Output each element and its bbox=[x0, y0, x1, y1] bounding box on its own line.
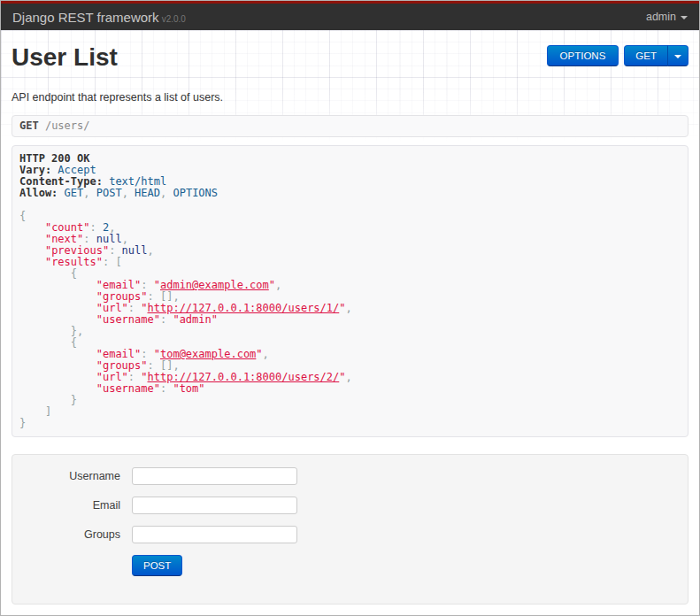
response-link[interactable]: admin@example.com bbox=[160, 279, 269, 291]
response-body: HTTP 200 OK Vary: Accept Content-Type: t… bbox=[12, 145, 688, 437]
get-split-button: GET bbox=[624, 45, 688, 66]
get-button[interactable]: GET bbox=[624, 45, 668, 66]
form-field-email: Email bbox=[12, 497, 688, 514]
form-label-email: Email bbox=[12, 499, 132, 512]
browser-page: Django REST frameworkv2.0.0 admin User L… bbox=[0, 0, 700, 616]
form-input-email[interactable] bbox=[132, 497, 297, 514]
request-bar: GET /users/ bbox=[12, 115, 688, 137]
form-label-username: Username bbox=[12, 470, 132, 482]
brand-title: Django REST framework bbox=[12, 10, 159, 25]
post-form-rows: UsernameEmailGroups bbox=[12, 467, 688, 543]
form-field-groups: Groups bbox=[12, 526, 688, 543]
get-format-dropdown-button[interactable] bbox=[667, 45, 688, 66]
form-input-groups[interactable] bbox=[132, 526, 297, 543]
brand-link[interactable]: Django REST frameworkv2.0.0 bbox=[12, 10, 186, 25]
response-link[interactable]: http://127.0.0.1:8000/users/1/ bbox=[148, 302, 340, 314]
options-button[interactable]: OPTIONS bbox=[547, 45, 619, 66]
request-path: /users/ bbox=[45, 119, 90, 132]
response-link[interactable]: http://127.0.0.1:8000/users/2/ bbox=[148, 371, 340, 383]
main-content: User List OPTIONS GET API endpoint that … bbox=[1, 30, 699, 604]
post-form-panel: UsernameEmailGroups POST bbox=[12, 454, 688, 604]
page-header: User List OPTIONS GET bbox=[12, 30, 688, 72]
user-menu-dropdown[interactable]: admin bbox=[646, 11, 688, 23]
form-input-username[interactable] bbox=[132, 467, 297, 485]
header-actions: OPTIONS GET bbox=[547, 45, 688, 66]
chevron-down-icon bbox=[681, 16, 688, 19]
post-button[interactable]: POST bbox=[132, 555, 182, 576]
form-field-username: Username bbox=[12, 467, 688, 485]
response-link[interactable]: tom@example.com bbox=[160, 348, 256, 360]
navbar: Django REST frameworkv2.0.0 admin bbox=[1, 1, 699, 30]
form-actions: POST bbox=[132, 555, 688, 576]
user-menu-label: admin bbox=[646, 11, 676, 23]
form-label-groups: Groups bbox=[12, 528, 132, 541]
endpoint-description: API endpoint that represents a list of u… bbox=[12, 91, 688, 104]
brand-version: v2.0.0 bbox=[162, 14, 186, 24]
page-title: User List bbox=[12, 43, 118, 72]
request-method: GET bbox=[19, 119, 39, 132]
chevron-down-icon bbox=[674, 55, 681, 58]
